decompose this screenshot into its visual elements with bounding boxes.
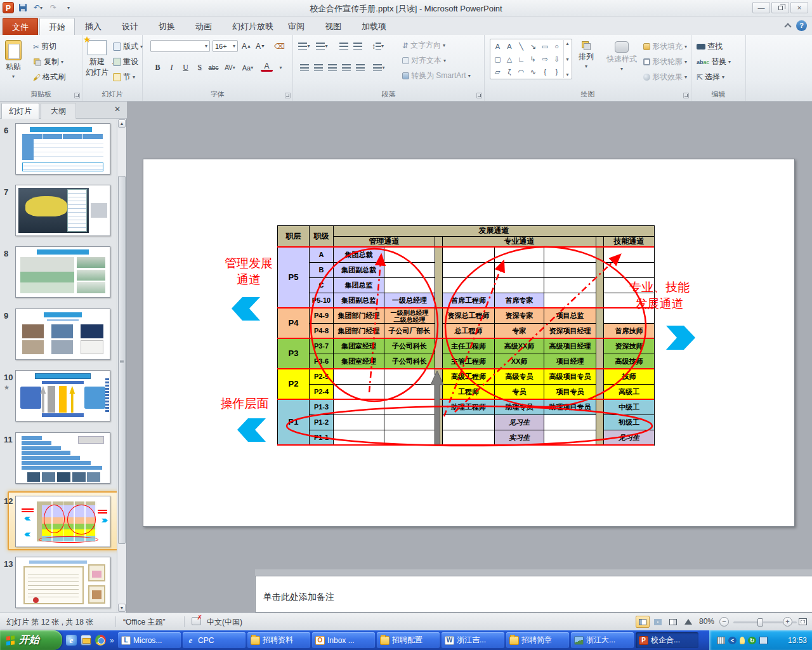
zoom-out-button[interactable]: − <box>719 617 729 627</box>
chrome-icon[interactable] <box>95 635 106 646</box>
shape-effects-button[interactable]: 形状效果▾ <box>643 72 687 83</box>
spellcheck-icon[interactable] <box>192 617 201 625</box>
taskbar-button-8[interactable]: 浙江大... <box>571 632 634 648</box>
scroll-down-icon[interactable]: ▼ <box>118 604 126 612</box>
sync-tray-icon[interactable]: ↻ <box>748 637 756 644</box>
scribble-shape-icon[interactable]: ζ <box>508 68 511 76</box>
text-shadow-button[interactable]: S <box>193 62 206 74</box>
tab-addins[interactable]: 加载项 <box>353 18 395 35</box>
zoom-in-button[interactable]: + <box>783 617 792 627</box>
paste-button[interactable]: 粘贴▾ <box>5 40 22 79</box>
taskbar-button-3[interactable]: 招聘资料 <box>247 632 310 648</box>
elbow-shape-icon[interactable]: ∟ <box>518 55 525 63</box>
bold-button[interactable]: B <box>152 62 164 74</box>
tab-review[interactable]: 审阅 <box>279 18 313 35</box>
slide-thumbnail-9[interactable] <box>15 308 110 360</box>
fit-to-window-button[interactable] <box>796 616 809 628</box>
minimize-button[interactable]: — <box>752 2 770 13</box>
slide-sorter-view-button[interactable] <box>651 616 665 628</box>
decrease-indent-button[interactable] <box>337 40 350 52</box>
taskbar-button-9[interactable]: P校企合... <box>636 632 698 648</box>
clear-formatting-button[interactable]: ⌫ <box>273 40 285 52</box>
slide-thumbnail-8[interactable] <box>15 246 110 298</box>
mail-icon[interactable] <box>81 635 91 646</box>
reading-view-button[interactable] <box>666 616 680 628</box>
arrow-down-shape-icon[interactable]: ⇩ <box>554 55 560 63</box>
elbow-arrow-shape-icon[interactable]: ↳ <box>530 55 536 63</box>
text-box-shape-icon[interactable]: A <box>495 43 500 50</box>
language-indicator[interactable]: 中文(中国) <box>207 617 242 628</box>
font-size-combo[interactable]: 16+▾ <box>213 40 238 52</box>
columns-button[interactable]: ▾ <box>373 62 385 74</box>
slide-thumbnail-13[interactable] <box>15 557 110 608</box>
tab-animations[interactable]: 动画 <box>187 18 221 35</box>
slideshow-view-button[interactable] <box>681 616 695 628</box>
taskbar-button-6[interactable]: W浙江吉... <box>442 632 504 648</box>
rect-shape-icon[interactable]: ▭ <box>542 43 548 51</box>
brace-left-shape-icon[interactable]: { <box>544 68 546 76</box>
start-button[interactable]: 开始 <box>0 630 62 650</box>
network-tray-icon[interactable] <box>759 637 768 644</box>
restore-button[interactable] <box>771 2 789 13</box>
career-table[interactable]: 职层职级发展通道管理通道专业通道技能通道P5A集团总裁B集团副总裁C集团总监P5… <box>277 225 655 446</box>
character-spacing-button[interactable]: AV▾ <box>224 62 236 74</box>
shape-outline-button[interactable]: 形状轮廓▾ <box>643 56 687 67</box>
slides-panel-scrollbar[interactable]: ▲ ▼ <box>117 119 126 613</box>
tab-file[interactable]: 文件 <box>3 18 38 35</box>
tab-home[interactable]: 开始 <box>39 18 75 35</box>
justify-button[interactable] <box>340 62 352 74</box>
increase-indent-button[interactable] <box>351 40 363 52</box>
text-box-v-shape-icon[interactable]: A <box>507 43 511 50</box>
zoom-percentage[interactable]: 80% <box>699 617 714 626</box>
taskbar-button-2[interactable]: eCPC <box>183 632 246 648</box>
taskbar-button-1[interactable]: LMicros... <box>118 632 181 648</box>
font-color-button[interactable]: A <box>261 62 273 72</box>
new-slide-button[interactable]: 新建 幻灯片▾ <box>86 40 108 78</box>
font-name-combo[interactable]: ▾ <box>150 40 210 52</box>
normal-view-button[interactable] <box>636 616 650 628</box>
find-button[interactable]: 查找 <box>697 41 723 52</box>
scroll-up-icon[interactable]: ▲ <box>118 119 126 128</box>
paragraph-dialog-launcher[interactable] <box>476 93 482 98</box>
help-icon[interactable]: ? <box>796 20 807 31</box>
arc-shape-icon[interactable]: ◠ <box>518 68 525 76</box>
change-case-button[interactable]: Aa▾ <box>242 62 254 74</box>
close-panel-icon[interactable]: ✕ <box>112 105 123 115</box>
tab-view[interactable]: 视图 <box>316 18 350 35</box>
slide-thumbnail-7[interactable] <box>15 185 110 236</box>
parallelogram-shape-icon[interactable]: ▱ <box>495 68 500 76</box>
taskbar-button-5[interactable]: 招聘配置 <box>377 632 440 648</box>
copy-button[interactable]: 复制▾ <box>33 56 63 67</box>
slide-thumbnail-10[interactable] <box>15 370 110 421</box>
align-left-button[interactable] <box>298 62 310 74</box>
section-button[interactable]: 节▾ <box>113 72 135 83</box>
zoom-slider-thumb[interactable] <box>757 618 763 627</box>
tab-slideshow[interactable]: 幻灯片放映 <box>223 18 282 35</box>
oval-shape-icon[interactable]: ○ <box>554 43 559 50</box>
collapse-ribbon-icon[interactable] <box>784 23 791 30</box>
distribute-button[interactable] <box>354 62 366 74</box>
scrollbar-thumb[interactable] <box>118 176 126 544</box>
triangle-shape-icon[interactable]: △ <box>507 55 512 63</box>
line-shape-icon[interactable]: ╲ <box>519 43 523 51</box>
text-direction-button[interactable]: ⇵文字方向▾ <box>402 40 445 51</box>
curve-shape-icon[interactable]: ∿ <box>530 68 536 76</box>
select-button[interactable]: ⇱选择▾ <box>697 72 724 83</box>
tab-outline[interactable]: 大纲 <box>41 103 76 119</box>
quick-launch-overflow-icon[interactable]: » <box>110 636 114 645</box>
round-rect-shape-icon[interactable]: ▢ <box>494 55 501 63</box>
replace-button[interactable]: abac替换▾ <box>697 56 731 67</box>
tab-insert[interactable]: 插入 <box>76 18 110 35</box>
internet-explorer-icon[interactable]: e <box>66 635 77 646</box>
reset-button[interactable]: 重设 <box>113 56 138 67</box>
tab-slides-thumbnails[interactable]: 幻灯片 <box>1 103 39 119</box>
brace-right-shape-icon[interactable]: } <box>556 68 558 76</box>
tab-transitions[interactable]: 切换 <box>150 18 184 35</box>
bullets-button[interactable]: ▾ <box>298 40 310 52</box>
arrange-button[interactable]: 排列▾ <box>579 41 594 69</box>
line-spacing-button[interactable]: ↕▾ <box>372 40 384 52</box>
taskbar-button-7[interactable]: 招聘简章 <box>506 632 569 648</box>
professional-skill-channel-label[interactable]: 专业、技能 发展通道 <box>617 279 702 312</box>
font-color-dropdown[interactable]: ▾ <box>275 62 287 74</box>
shrink-font-button[interactable]: A▼ <box>254 40 266 52</box>
